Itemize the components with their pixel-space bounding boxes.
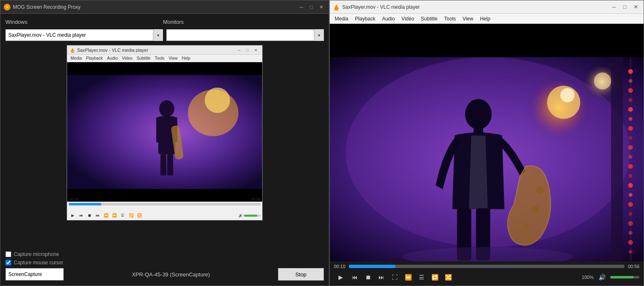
mini-video-area (67, 62, 262, 202)
mini-close-button[interactable]: ✕ (252, 47, 260, 53)
right-next-button[interactable]: ⏭ (376, 272, 387, 283)
left-titlebar: G MOG Screen Recording Proxy ─ □ ✕ (0, 0, 329, 14)
right-playlist-button[interactable]: ☰ (416, 272, 427, 283)
right-minimize-button[interactable]: ─ (609, 3, 619, 12)
left-titlebar-title: MOG Screen Recording Proxy (13, 4, 80, 10)
mini-prev-button[interactable]: ⏮ (77, 212, 85, 219)
svg-point-20 (628, 69, 633, 73)
mini-controls-bar: 00:10 00:56 ▶ ⏮ ⏹ ⏭ ⏪ ⏩ ☰ 🔁 🔀 (67, 202, 262, 220)
close-button[interactable]: ✕ (317, 3, 326, 11)
mini-random-button[interactable]: 🔀 (135, 212, 143, 219)
svg-rect-2 (71, 52, 74, 53)
right-random-button[interactable]: 🔀 (442, 272, 454, 283)
capture-microphone-checkbox[interactable] (5, 251, 11, 257)
mini-menu-video[interactable]: Video (120, 56, 134, 61)
menu-tools[interactable]: Tools (442, 15, 459, 23)
svg-point-36 (628, 221, 633, 225)
svg-point-52 (524, 223, 530, 229)
capture-id: XPR-QA-45-39 (ScreenCapture) (132, 271, 210, 278)
bottom-bar: XPR-QA-45-39 (ScreenCapture) Stop (5, 268, 324, 281)
svg-point-37 (629, 231, 632, 235)
mini-menu-playback[interactable]: Playback (84, 56, 105, 61)
menu-video[interactable]: Video (399, 15, 416, 23)
svg-marker-14 (334, 4, 339, 9)
svg-point-35 (629, 212, 632, 216)
right-progress-fill (349, 265, 396, 268)
svg-point-33 (629, 193, 632, 197)
right-close-button[interactable]: ✕ (631, 3, 640, 12)
capture-cursor-checkbox[interactable] (5, 260, 11, 266)
capture-cursor-row: Capture mouse cursor (5, 260, 324, 266)
mini-skipfwd-button[interactable]: ⏩ (110, 212, 118, 219)
right-volume-section: 100% 🔊 (582, 272, 639, 283)
mini-menu-media[interactable]: Media (69, 56, 83, 61)
right-maximize-button[interactable]: □ (620, 3, 629, 12)
svg-rect-9 (156, 117, 163, 143)
right-panel: SaxPlayer.mov - VLC media player ─ □ ✕ M… (329, 0, 644, 286)
svg-point-42 (560, 88, 574, 102)
mini-volume-icon: 🔊 (238, 213, 243, 218)
mini-progress-bar[interactable]: 00:10 00:56 (69, 203, 261, 205)
dropdowns-row: SaxPlayer.mov - VLC media player ▾ ▾ (5, 29, 324, 41)
right-stop-button[interactable]: ⏹ (362, 272, 374, 283)
svg-rect-19 (630, 57, 631, 261)
svg-point-6 (205, 88, 230, 113)
mini-menu-subtitle[interactable]: Subtitle (135, 56, 152, 61)
mini-stop-button[interactable]: ⏹ (85, 212, 93, 219)
right-black-top (330, 24, 644, 57)
right-titlebar-title: SaxPlayer.mov - VLC media player (342, 4, 420, 10)
menu-playback[interactable]: Playback (353, 15, 378, 23)
svg-point-34 (628, 202, 633, 207)
mini-next-button[interactable]: ⏭ (94, 212, 101, 219)
minimize-button[interactable]: ─ (297, 3, 306, 11)
menu-view[interactable]: View (460, 15, 476, 23)
svg-point-39 (629, 250, 632, 254)
right-progress-track[interactable] (349, 265, 625, 268)
mini-loop-button[interactable]: 🔁 (127, 212, 135, 219)
mini-menu-audio[interactable]: Audio (105, 56, 120, 61)
right-playback-controls: ▶ ⏮ ⏹ ⏭ ⛶ ⏩ ☰ 🔁 🔀 (334, 271, 454, 283)
mini-skipback-button[interactable]: ⏪ (102, 212, 110, 219)
mini-minimize-button[interactable]: ─ (236, 47, 243, 53)
left-bottom: Capture microphone Capture mouse cursor … (0, 251, 329, 286)
right-prev-button[interactable]: ⏮ (349, 272, 361, 283)
right-volume-track[interactable] (610, 276, 639, 278)
monitors-dropdown[interactable] (166, 29, 324, 41)
mini-maximize-button[interactable]: □ (244, 47, 251, 53)
menu-subtitle[interactable]: Subtitle (418, 15, 440, 23)
right-volume-fill (610, 276, 634, 278)
svg-point-50 (536, 186, 544, 194)
svg-rect-1 (71, 51, 73, 52)
stop-button[interactable]: Stop (278, 268, 324, 281)
svg-point-22 (628, 88, 633, 93)
mini-volume-bar[interactable] (244, 215, 261, 217)
left-titlebar-left: G MOG Screen Recording Proxy (4, 4, 80, 10)
mini-progress-fill (69, 203, 101, 205)
right-play-button[interactable]: ▶ (334, 271, 347, 283)
capture-name-input[interactable] (5, 268, 64, 281)
mini-vlc-titlebar: SaxPlayer.mov - VLC media player ─ □ ✕ (67, 46, 262, 55)
mini-play-button[interactable]: ▶ (69, 212, 76, 219)
svg-marker-0 (71, 48, 75, 51)
svg-point-38 (628, 240, 633, 245)
right-volume-icon[interactable]: 🔊 (596, 272, 608, 283)
maximize-button[interactable]: □ (307, 3, 316, 11)
windows-dropdown[interactable]: SaxPlayer.mov - VLC media player (5, 29, 163, 41)
menu-media[interactable]: Media (332, 15, 351, 23)
mini-playlist-button[interactable]: ☰ (119, 212, 126, 219)
capture-cursor-label: Capture mouse cursor (14, 260, 63, 266)
mini-menu-help[interactable]: Help (180, 56, 192, 61)
right-extended-button[interactable]: ⏩ (402, 272, 414, 283)
menu-audio[interactable]: Audio (379, 15, 397, 23)
left-content: Windows Monitors SaxPlayer.mov - VLC med… (0, 14, 329, 251)
svg-rect-15 (335, 9, 338, 10)
mog-icon: G (4, 4, 10, 10)
mini-volume-area: 🔊 (238, 213, 261, 218)
menu-help[interactable]: Help (477, 15, 493, 23)
mini-menu-view[interactable]: View (167, 56, 180, 61)
svg-point-29 (629, 155, 632, 159)
mini-menu-tools[interactable]: Tools (153, 56, 166, 61)
right-loop-button[interactable]: 🔁 (429, 272, 441, 283)
mini-video-content (67, 62, 262, 202)
right-fullscreen-button[interactable]: ⛶ (389, 272, 401, 283)
